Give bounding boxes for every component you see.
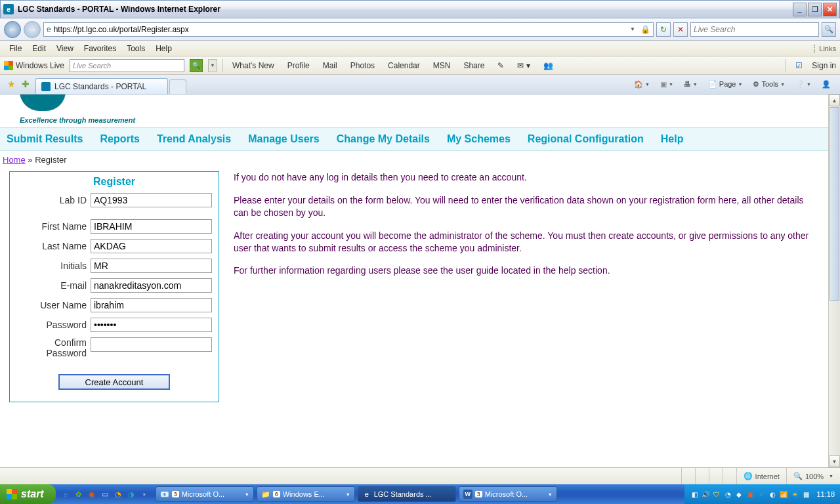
tools-menu[interactable]: ⚙Tools▼ bbox=[749, 77, 789, 91]
nav-manage-users[interactable]: Manage Users bbox=[248, 133, 320, 145]
tray-icon[interactable]: ◧ bbox=[690, 490, 699, 499]
live-signin[interactable]: Sign in bbox=[812, 61, 836, 70]
tagline: Excellence through measurement bbox=[20, 116, 135, 124]
home-button[interactable]: 🏠▼ bbox=[630, 77, 654, 91]
live-check-icon[interactable]: ☑ bbox=[791, 61, 807, 70]
messenger-button[interactable]: 👤 bbox=[818, 77, 835, 91]
tab-active[interactable]: LGC Standards - PORTAL bbox=[35, 78, 168, 94]
breadcrumb-home[interactable]: Home bbox=[3, 155, 26, 165]
ql-ie-icon[interactable]: e bbox=[60, 488, 72, 500]
tray-volume-icon[interactable]: 🔊 bbox=[701, 490, 710, 499]
menu-tools[interactable]: Tools bbox=[121, 42, 150, 55]
input-first-name[interactable] bbox=[91, 219, 212, 234]
taskbar-clock[interactable]: 11:18 bbox=[816, 490, 835, 498]
url-box[interactable]: e https://pt.lgc.co.uk/portal/Register.a… bbox=[43, 22, 654, 37]
live-calendar[interactable]: Calendar bbox=[384, 61, 424, 70]
ql-firefox-icon[interactable]: ◉ bbox=[86, 488, 98, 500]
menu-favorites[interactable]: Favorites bbox=[79, 42, 121, 55]
live-search-dropdown[interactable]: ▼ bbox=[208, 59, 217, 72]
tray-icon[interactable]: ✓ bbox=[757, 490, 766, 499]
ql-media-icon[interactable]: ◑ bbox=[125, 488, 137, 500]
task-explorer[interactable]: 📁6Windows E...▼ bbox=[257, 486, 355, 502]
task-outlook[interactable]: 📧3Microsoft O...▼ bbox=[156, 486, 254, 502]
status-zoom[interactable]: 🔍100%▼ bbox=[786, 468, 840, 484]
tray-icon[interactable]: ▦ bbox=[801, 490, 810, 499]
forward-button[interactable]: → bbox=[24, 21, 41, 38]
links-toolbar-label[interactable]: Links bbox=[814, 45, 836, 52]
input-password[interactable] bbox=[91, 318, 212, 332]
feeds-button[interactable]: ▣▼ bbox=[656, 77, 677, 91]
page-menu[interactable]: 📄Page▼ bbox=[704, 77, 747, 91]
live-extra-1-icon[interactable]: ✎ bbox=[494, 61, 508, 70]
tray-icon[interactable]: ▣ bbox=[746, 490, 755, 499]
maximize-button[interactable]: ❐ bbox=[808, 3, 822, 16]
print-icon: 🖶 bbox=[684, 80, 691, 88]
browser-search-input[interactable]: Live Search bbox=[690, 22, 819, 37]
new-tab-button[interactable] bbox=[169, 79, 186, 94]
live-extra-2-icon[interactable]: ✉ ▾ bbox=[513, 61, 534, 70]
input-email[interactable] bbox=[91, 278, 212, 293]
tray-icon[interactable]: ☀ bbox=[790, 490, 799, 499]
tray-shield-icon[interactable]: 🛡 bbox=[712, 490, 721, 499]
create-account-button[interactable]: Create Account bbox=[58, 374, 170, 390]
nav-my-schemes[interactable]: My Schemes bbox=[447, 133, 511, 145]
input-username[interactable] bbox=[91, 298, 212, 312]
windows-live-logo[interactable]: Windows Live bbox=[4, 61, 64, 70]
scroll-track[interactable] bbox=[829, 301, 840, 455]
task-ie-active[interactable]: eLGC Standards ... bbox=[358, 486, 456, 502]
nav-regional-configuration[interactable]: Regional Configuration bbox=[528, 133, 644, 145]
print-button[interactable]: 🖶▼ bbox=[680, 77, 702, 91]
live-msn[interactable]: MSN bbox=[429, 61, 455, 70]
label-password: Password bbox=[16, 320, 91, 330]
live-profile[interactable]: Profile bbox=[284, 61, 314, 70]
refresh-button[interactable]: ↻ bbox=[656, 22, 671, 37]
nav-trend-analysis[interactable]: Trend Analysis bbox=[157, 133, 231, 145]
ql-desktop-icon[interactable]: ▭ bbox=[99, 488, 111, 500]
task-badge: 3 bbox=[475, 491, 482, 497]
scroll-thumb[interactable] bbox=[830, 107, 839, 301]
add-favorite-icon[interactable]: ✚ bbox=[20, 78, 32, 90]
live-share[interactable]: Share bbox=[459, 61, 488, 70]
close-button[interactable]: ✕ bbox=[823, 3, 837, 16]
scroll-up-button[interactable]: ▲ bbox=[829, 94, 840, 106]
ql-outlook-icon[interactable]: ◔ bbox=[112, 488, 124, 500]
url-dropdown-icon[interactable]: ▼ bbox=[627, 26, 638, 32]
scroll-down-button[interactable]: ▼ bbox=[829, 455, 840, 467]
menu-view[interactable]: View bbox=[51, 42, 79, 55]
nav-change-my-details[interactable]: Change My Details bbox=[337, 133, 430, 145]
start-button[interactable]: start bbox=[0, 484, 56, 504]
input-last-name[interactable] bbox=[91, 239, 212, 253]
input-confirm-password[interactable] bbox=[91, 337, 212, 352]
live-whats-new[interactable]: What's New bbox=[228, 61, 278, 70]
menu-file[interactable]: File bbox=[4, 42, 27, 55]
tray-network-icon[interactable]: 📶 bbox=[779, 490, 788, 499]
live-photos[interactable]: Photos bbox=[346, 61, 379, 70]
label-confirm-password: Confirm Password bbox=[16, 337, 91, 358]
favorites-star-icon[interactable]: ★ bbox=[5, 78, 17, 90]
minimize-button[interactable]: _ bbox=[793, 3, 807, 16]
tray-icon[interactable]: ◔ bbox=[723, 490, 732, 499]
stop-button[interactable]: ✕ bbox=[673, 22, 688, 37]
task-word[interactable]: W3Microsoft O...▼ bbox=[459, 486, 557, 502]
input-labid[interactable] bbox=[91, 193, 212, 207]
browser-search-button[interactable]: 🔍 bbox=[822, 22, 836, 37]
tray-icon[interactable]: ◆ bbox=[734, 490, 744, 499]
register-title: Register bbox=[10, 172, 219, 193]
menu-help[interactable]: Help bbox=[150, 42, 177, 55]
input-initials[interactable] bbox=[91, 259, 212, 273]
live-search-go-button[interactable]: 🔍 bbox=[190, 59, 203, 72]
vertical-scrollbar[interactable]: ▲ ▼ bbox=[828, 94, 840, 467]
live-search-input[interactable]: Live Search bbox=[70, 59, 184, 72]
nav-reports[interactable]: Reports bbox=[100, 133, 139, 145]
nav-submit-results[interactable]: Submit Results bbox=[7, 133, 83, 145]
tray-icon[interactable]: ◐ bbox=[768, 490, 777, 499]
live-extra-3-icon[interactable]: 👥 bbox=[539, 61, 557, 70]
help-menu[interactable]: ❔▼ bbox=[791, 77, 815, 91]
nav-help[interactable]: Help bbox=[661, 133, 684, 145]
task-badge: 3 bbox=[172, 491, 179, 497]
menu-edit[interactable]: Edit bbox=[27, 42, 51, 55]
ql-overflow-icon[interactable]: » bbox=[138, 488, 150, 500]
live-mail[interactable]: Mail bbox=[319, 61, 341, 70]
ql-msn-icon[interactable]: ✿ bbox=[73, 488, 85, 500]
back-button[interactable]: ← bbox=[4, 21, 21, 38]
